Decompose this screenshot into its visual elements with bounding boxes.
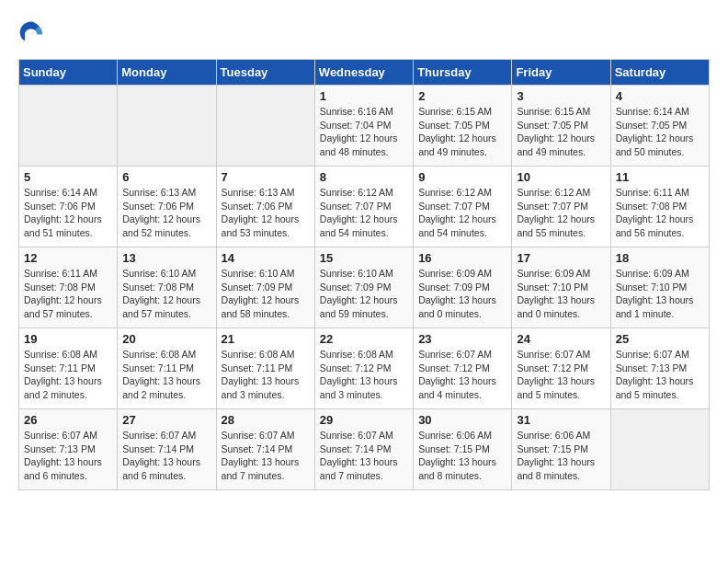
day-info: Sunrise: 6:08 AM Sunset: 7:11 PM Dayligh…	[122, 348, 210, 402]
calendar-cell: 11Sunrise: 6:11 AM Sunset: 7:08 PM Dayli…	[610, 167, 709, 247]
calendar-cell: 19Sunrise: 6:08 AM Sunset: 7:11 PM Dayli…	[19, 328, 118, 409]
weekday-header-saturday: Saturday	[610, 60, 709, 86]
day-info: Sunrise: 6:14 AM Sunset: 7:05 PM Dayligh…	[616, 105, 704, 159]
day-number: 1	[320, 89, 408, 103]
calendar-cell: 2Sunrise: 6:15 AM Sunset: 7:05 PM Daylig…	[414, 86, 512, 167]
calendar-cell: 22Sunrise: 6:08 AM Sunset: 7:12 PM Dayli…	[314, 328, 413, 409]
calendar-week-row: 12Sunrise: 6:11 AM Sunset: 7:08 PM Dayli…	[19, 247, 710, 328]
day-info: Sunrise: 6:07 AM Sunset: 7:12 PM Dayligh…	[517, 348, 605, 402]
day-number: 26	[24, 413, 112, 427]
calendar-cell: 27Sunrise: 6:07 AM Sunset: 7:14 PM Dayli…	[118, 409, 216, 490]
day-info: Sunrise: 6:06 AM Sunset: 7:15 PM Dayligh…	[517, 429, 605, 483]
day-number: 31	[517, 413, 605, 427]
weekday-header-thursday: Thursday	[414, 60, 512, 86]
calendar-cell	[118, 86, 216, 167]
day-info: Sunrise: 6:11 AM Sunset: 7:08 PM Dayligh…	[24, 267, 112, 321]
calendar-cell: 1Sunrise: 6:16 AM Sunset: 7:04 PM Daylig…	[314, 86, 413, 167]
calendar-cell: 14Sunrise: 6:10 AM Sunset: 7:09 PM Dayli…	[216, 247, 314, 328]
day-info: Sunrise: 6:08 AM Sunset: 7:11 PM Dayligh…	[24, 348, 112, 402]
day-info: Sunrise: 6:07 AM Sunset: 7:13 PM Dayligh…	[616, 348, 704, 402]
day-info: Sunrise: 6:12 AM Sunset: 7:07 PM Dayligh…	[418, 186, 506, 240]
calendar-cell: 24Sunrise: 6:07 AM Sunset: 7:12 PM Dayli…	[512, 328, 610, 409]
day-info: Sunrise: 6:15 AM Sunset: 7:05 PM Dayligh…	[418, 105, 506, 159]
logo	[18, 18, 50, 44]
weekday-header-wednesday: Wednesday	[314, 60, 413, 86]
day-number: 18	[616, 251, 704, 265]
day-number: 13	[122, 251, 210, 265]
day-number: 20	[122, 332, 210, 346]
day-info: Sunrise: 6:11 AM Sunset: 7:08 PM Dayligh…	[616, 186, 704, 240]
day-info: Sunrise: 6:10 AM Sunset: 7:08 PM Dayligh…	[122, 267, 210, 321]
calendar-cell: 12Sunrise: 6:11 AM Sunset: 7:08 PM Dayli…	[19, 247, 118, 328]
calendar-cell: 17Sunrise: 6:09 AM Sunset: 7:10 PM Dayli…	[512, 247, 610, 328]
day-info: Sunrise: 6:07 AM Sunset: 7:14 PM Dayligh…	[222, 429, 310, 483]
day-info: Sunrise: 6:15 AM Sunset: 7:05 PM Dayligh…	[517, 105, 605, 159]
day-info: Sunrise: 6:13 AM Sunset: 7:06 PM Dayligh…	[122, 186, 210, 240]
weekday-header-tuesday: Tuesday	[216, 60, 314, 86]
day-number: 8	[320, 170, 408, 184]
day-number: 4	[616, 89, 704, 103]
day-number: 16	[418, 251, 506, 265]
calendar-cell	[216, 86, 314, 167]
day-info: Sunrise: 6:06 AM Sunset: 7:15 PM Dayligh…	[418, 429, 506, 483]
weekday-header-row: SundayMondayTuesdayWednesdayThursdayFrid…	[19, 60, 710, 86]
day-number: 21	[222, 332, 310, 346]
calendar-cell: 18Sunrise: 6:09 AM Sunset: 7:10 PM Dayli…	[610, 247, 709, 328]
day-number: 30	[418, 413, 506, 427]
day-info: Sunrise: 6:10 AM Sunset: 7:09 PM Dayligh…	[222, 267, 310, 321]
page-header	[18, 18, 710, 44]
day-number: 6	[122, 170, 210, 184]
day-number: 12	[24, 251, 112, 265]
calendar-cell: 4Sunrise: 6:14 AM Sunset: 7:05 PM Daylig…	[610, 86, 709, 167]
calendar-cell: 29Sunrise: 6:07 AM Sunset: 7:14 PM Dayli…	[314, 409, 413, 490]
day-info: Sunrise: 6:08 AM Sunset: 7:11 PM Dayligh…	[222, 348, 310, 402]
calendar-cell: 15Sunrise: 6:10 AM Sunset: 7:09 PM Dayli…	[314, 247, 413, 328]
day-number: 27	[122, 413, 210, 427]
day-number: 15	[320, 251, 408, 265]
day-number: 28	[222, 413, 310, 427]
calendar-cell: 10Sunrise: 6:12 AM Sunset: 7:07 PM Dayli…	[512, 167, 610, 247]
day-info: Sunrise: 6:13 AM Sunset: 7:06 PM Dayligh…	[222, 186, 310, 240]
calendar-cell: 20Sunrise: 6:08 AM Sunset: 7:11 PM Dayli…	[118, 328, 216, 409]
calendar-week-row: 1Sunrise: 6:16 AM Sunset: 7:04 PM Daylig…	[19, 86, 710, 167]
day-number: 7	[222, 170, 310, 184]
logo-icon	[18, 18, 44, 44]
calendar-cell: 16Sunrise: 6:09 AM Sunset: 7:09 PM Dayli…	[414, 247, 512, 328]
day-info: Sunrise: 6:09 AM Sunset: 7:10 PM Dayligh…	[517, 267, 605, 321]
day-info: Sunrise: 6:09 AM Sunset: 7:09 PM Dayligh…	[418, 267, 506, 321]
calendar-cell: 21Sunrise: 6:08 AM Sunset: 7:11 PM Dayli…	[216, 328, 314, 409]
day-number: 2	[418, 89, 506, 103]
calendar-cell: 25Sunrise: 6:07 AM Sunset: 7:13 PM Dayli…	[610, 328, 709, 409]
calendar-cell: 28Sunrise: 6:07 AM Sunset: 7:14 PM Dayli…	[216, 409, 314, 490]
day-info: Sunrise: 6:08 AM Sunset: 7:12 PM Dayligh…	[320, 348, 408, 402]
weekday-header-sunday: Sunday	[19, 60, 118, 86]
weekday-header-friday: Friday	[512, 60, 610, 86]
calendar-cell: 31Sunrise: 6:06 AM Sunset: 7:15 PM Dayli…	[512, 409, 610, 490]
day-info: Sunrise: 6:14 AM Sunset: 7:06 PM Dayligh…	[24, 186, 112, 240]
calendar-week-row: 26Sunrise: 6:07 AM Sunset: 7:13 PM Dayli…	[19, 409, 710, 490]
weekday-header-monday: Monday	[118, 60, 216, 86]
day-number: 10	[517, 170, 605, 184]
calendar-week-row: 19Sunrise: 6:08 AM Sunset: 7:11 PM Dayli…	[19, 328, 710, 409]
day-number: 24	[517, 332, 605, 346]
day-info: Sunrise: 6:09 AM Sunset: 7:10 PM Dayligh…	[616, 267, 704, 321]
day-number: 19	[24, 332, 112, 346]
calendar-cell: 7Sunrise: 6:13 AM Sunset: 7:06 PM Daylig…	[216, 167, 314, 247]
calendar-week-row: 5Sunrise: 6:14 AM Sunset: 7:06 PM Daylig…	[19, 167, 710, 247]
calendar-cell: 6Sunrise: 6:13 AM Sunset: 7:06 PM Daylig…	[118, 167, 216, 247]
calendar-cell: 23Sunrise: 6:07 AM Sunset: 7:12 PM Dayli…	[414, 328, 512, 409]
calendar-cell: 9Sunrise: 6:12 AM Sunset: 7:07 PM Daylig…	[414, 167, 512, 247]
day-info: Sunrise: 6:12 AM Sunset: 7:07 PM Dayligh…	[517, 186, 605, 240]
day-number: 3	[517, 89, 605, 103]
day-number: 23	[418, 332, 506, 346]
day-number: 25	[616, 332, 704, 346]
day-info: Sunrise: 6:07 AM Sunset: 7:14 PM Dayligh…	[320, 429, 408, 483]
day-info: Sunrise: 6:16 AM Sunset: 7:04 PM Dayligh…	[320, 105, 408, 159]
day-info: Sunrise: 6:10 AM Sunset: 7:09 PM Dayligh…	[320, 267, 408, 321]
day-number: 11	[616, 170, 704, 184]
day-number: 5	[24, 170, 112, 184]
calendar-cell: 26Sunrise: 6:07 AM Sunset: 7:13 PM Dayli…	[19, 409, 118, 490]
day-info: Sunrise: 6:12 AM Sunset: 7:07 PM Dayligh…	[320, 186, 408, 240]
day-info: Sunrise: 6:07 AM Sunset: 7:13 PM Dayligh…	[24, 429, 112, 483]
calendar-cell	[610, 409, 709, 490]
